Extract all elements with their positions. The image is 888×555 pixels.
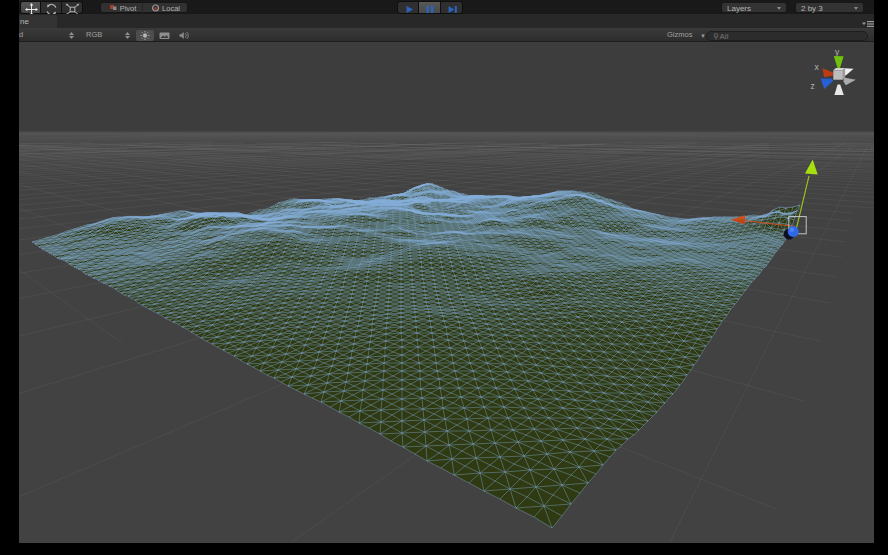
svg-text:x: x xyxy=(815,62,820,72)
svg-text:y: y xyxy=(835,47,840,57)
svg-text:z: z xyxy=(811,81,815,91)
